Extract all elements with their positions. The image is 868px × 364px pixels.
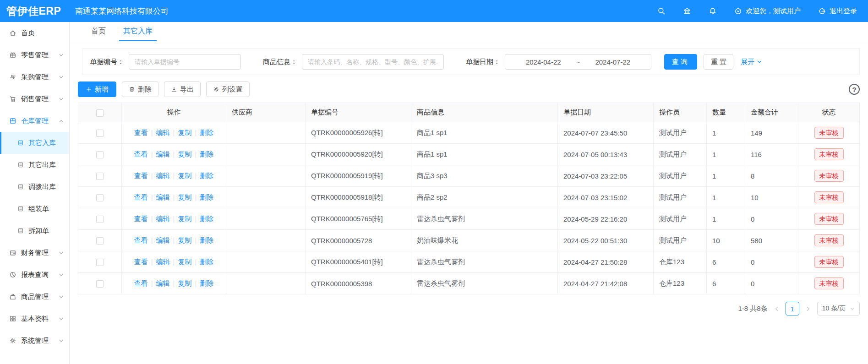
cell-bill-no: QTRK00000005926[转]	[306, 122, 411, 144]
bank-icon[interactable]	[683, 7, 691, 15]
sidebar-item-label: 基本资料	[21, 315, 49, 323]
action-view[interactable]: 查看	[134, 172, 148, 179]
cell-supplier	[226, 144, 306, 165]
welcome-user-menu[interactable]: 欢迎您，测试用户	[734, 7, 801, 16]
action-delete[interactable]: 删除	[200, 172, 213, 179]
action-delete[interactable]: 删除	[200, 236, 213, 244]
action-edit[interactable]: 编辑	[156, 258, 170, 266]
date-end-value: 2024-07-22	[595, 58, 630, 66]
action-copy[interactable]: 复制	[178, 258, 191, 266]
sidebar-item-warehouse[interactable]: 仓库管理	[0, 110, 69, 132]
action-delete[interactable]: 删除	[200, 279, 213, 287]
sidebar-subitem-transfer-outbound[interactable]: 调拨出库	[0, 176, 69, 198]
action-view[interactable]: 查看	[134, 258, 148, 266]
page-size-select[interactable]: 10 条/页	[817, 302, 860, 315]
action-copy[interactable]: 复制	[178, 279, 191, 287]
action-view[interactable]: 查看	[134, 279, 148, 287]
sidebar-item-purchase[interactable]: 采购管理	[0, 66, 69, 88]
action-separator: |	[173, 193, 175, 201]
action-edit[interactable]: 编辑	[156, 172, 170, 179]
column-settings-button[interactable]: 列设置	[206, 81, 250, 97]
col-status: 状态	[798, 103, 860, 122]
action-copy[interactable]: 复制	[178, 236, 191, 244]
action-edit[interactable]: 编辑	[156, 150, 170, 158]
cell-status: 未审核	[798, 251, 860, 273]
next-page-button[interactable]	[804, 306, 813, 312]
action-edit[interactable]: 编辑	[156, 129, 170, 136]
sidebar-item-goods[interactable]: 商品管理	[0, 286, 69, 308]
row-checkbox[interactable]	[96, 216, 104, 223]
cell-amount: 8	[745, 165, 798, 187]
chevron-down-icon	[59, 53, 64, 58]
action-separator: |	[151, 215, 153, 223]
action-edit[interactable]: 编辑	[156, 236, 170, 244]
cell-bill-date: 2024-04-27 21:50:28	[558, 251, 654, 273]
row-checkbox[interactable]	[96, 280, 104, 288]
logout-button[interactable]: 退出登录	[818, 7, 857, 16]
action-copy[interactable]: 复制	[178, 193, 191, 201]
app-window: 管伊佳ERP 南通某某网络科技有限公司 欢迎您，测试用户 退出登录 首页零售管理…	[0, 0, 868, 364]
sidebar-item-retail[interactable]: 零售管理	[0, 44, 69, 66]
action-delete[interactable]: 删除	[200, 150, 213, 158]
action-copy[interactable]: 复制	[178, 129, 191, 136]
row-checkbox[interactable]	[96, 194, 104, 201]
date-range-input[interactable]: 2024-04-22 ~ 2024-07-22	[505, 54, 651, 70]
add-button[interactable]: 新增	[78, 81, 116, 97]
reset-button[interactable]: 重置	[704, 54, 733, 70]
action-view[interactable]: 查看	[134, 150, 148, 158]
row-checkbox[interactable]	[96, 237, 104, 244]
page-size-value: 10 条/页	[822, 304, 846, 313]
bill-no-input[interactable]	[129, 54, 241, 70]
prev-page-button[interactable]	[772, 306, 781, 312]
action-view[interactable]: 查看	[134, 193, 148, 201]
expand-link[interactable]: 展开	[741, 58, 762, 66]
bell-icon[interactable]	[709, 7, 717, 15]
sidebar-item-finance[interactable]: 财务管理	[0, 242, 69, 264]
help-button[interactable]: ?	[849, 84, 860, 95]
app-logo[interactable]: 管伊佳ERP	[0, 4, 70, 18]
delete-button[interactable]: 删除	[122, 81, 158, 97]
row-checkbox[interactable]	[96, 259, 104, 266]
sidebar-item-system[interactable]: 系统管理	[0, 330, 69, 352]
export-button[interactable]: 导出	[164, 81, 201, 97]
page-number-button[interactable]: 1	[786, 302, 799, 315]
cell-bill-date: 2024-07-07 23:45:50	[558, 122, 654, 144]
action-edit[interactable]: 编辑	[156, 279, 170, 287]
action-delete[interactable]: 删除	[200, 258, 213, 266]
cell-goods-info: 雷达杀虫气雾剂	[411, 273, 558, 294]
action-copy[interactable]: 复制	[178, 150, 191, 158]
pie-icon	[9, 271, 16, 278]
sidebar-subitem-disassembly[interactable]: 拆卸单	[0, 220, 69, 242]
goods-info-input[interactable]	[302, 54, 444, 70]
action-view[interactable]: 查看	[134, 129, 148, 136]
row-checkbox[interactable]	[96, 151, 104, 158]
action-view[interactable]: 查看	[134, 236, 148, 244]
sidebar-item-home[interactable]: 首页	[0, 22, 69, 44]
cell-supplier	[226, 187, 306, 208]
action-edit[interactable]: 编辑	[156, 193, 170, 201]
sidebar-subitem-other-inbound[interactable]: 其它入库	[0, 132, 69, 154]
sidebar-subitem-other-outbound[interactable]: 其它出库	[0, 154, 69, 176]
select-all-checkbox[interactable]	[96, 109, 104, 117]
search-button[interactable]: 查询	[664, 54, 697, 70]
action-delete[interactable]: 删除	[200, 215, 213, 223]
action-copy[interactable]: 复制	[178, 172, 191, 179]
tab-home[interactable]: 首页	[82, 22, 115, 41]
action-edit[interactable]: 编辑	[156, 215, 170, 223]
action-view[interactable]: 查看	[134, 215, 148, 223]
sidebar-subitem-assembly[interactable]: 组装单	[0, 198, 69, 220]
action-delete[interactable]: 删除	[200, 193, 213, 201]
records-table: 操作 供应商 单据编号 商品信息 单据日期 操作员 数量 金额合计 状态 查看|…	[78, 103, 860, 294]
chevron-down-icon	[59, 75, 64, 80]
row-checkbox[interactable]	[96, 130, 104, 137]
cell-qty: 6	[707, 251, 745, 273]
row-actions-cell: 查看|编辑|复制|删除	[122, 144, 226, 165]
sidebar-item-basic[interactable]: 基本资料	[0, 308, 69, 330]
sidebar-item-report[interactable]: 报表查询	[0, 264, 69, 286]
search-icon[interactable]	[657, 7, 666, 15]
action-copy[interactable]: 复制	[178, 215, 191, 223]
row-checkbox[interactable]	[96, 173, 104, 180]
sidebar-item-sales[interactable]: 销售管理	[0, 88, 69, 110]
action-delete[interactable]: 删除	[200, 129, 213, 136]
tab-other-inbound[interactable]: 其它入库	[115, 22, 161, 41]
